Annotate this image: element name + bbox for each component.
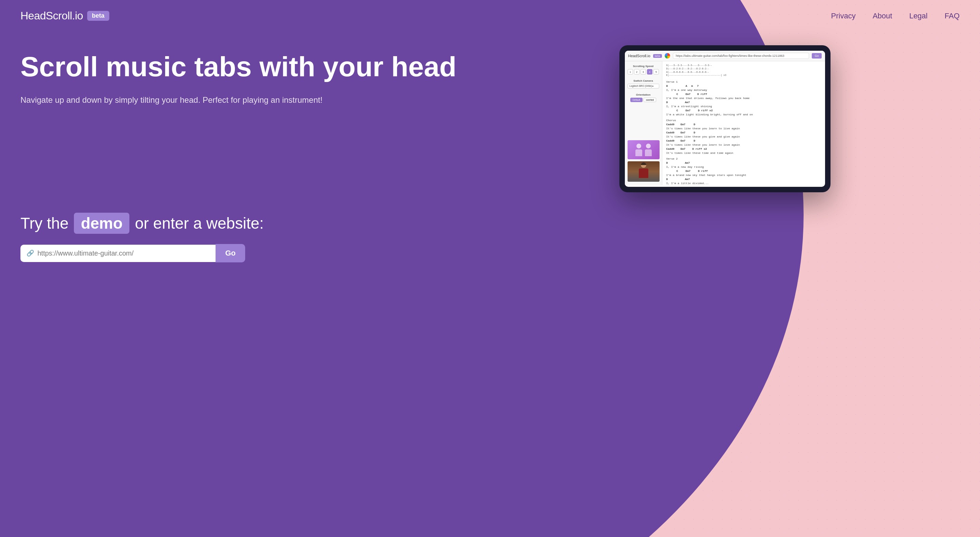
chord-row-4: CEm7D riff x2 <box>667 108 821 113</box>
chord-row-7: Cadd9Em7D <box>667 139 821 143</box>
hero-right: HeadScroll.io beta https://tabs.ultimate… <box>490 45 959 192</box>
tablet-screen: HeadScroll.io beta https://tabs.ultimate… <box>625 51 825 187</box>
nav-links: Privacy About Legal FAQ <box>831 11 959 21</box>
hero-section: Scroll music tabs with your head Navigat… <box>0 32 980 192</box>
url-input-wrapper: 🔗 <box>21 245 216 262</box>
chord-row-8: Cadd9Em7D riff x2 <box>667 147 821 151</box>
cta-text: Try the demo or enter a website: <box>21 213 959 234</box>
tablet-body: Scrolling Speed 1 2 3 4 5 <box>625 61 825 185</box>
lyric-row-2: I'm the one that drives away, follows yo… <box>667 96 821 100</box>
chord-row-10: CEm7D riff <box>667 169 821 173</box>
verse2-label: Verse 2 <box>667 157 821 161</box>
scrolling-speed-label: Scrolling Speed <box>628 65 659 68</box>
chord-row-1: DAm7 <box>667 84 821 88</box>
navbar: HeadScroll.io beta Privacy About Legal F… <box>0 0 980 32</box>
switch-camera-label: Switch Camera <box>628 79 659 83</box>
speed-btn-5[interactable]: 5 <box>654 69 659 75</box>
link-icon: 🔗 <box>27 249 34 257</box>
lyric-row-6: It's times like these you give and give … <box>667 135 821 139</box>
speed-btn-4[interactable]: 4 <box>647 69 652 75</box>
chord-row-2: CEm7D riff <box>667 92 821 96</box>
url-input[interactable] <box>37 249 209 257</box>
orientation-label: Orientation <box>628 93 659 96</box>
scrolling-speed-section: Scrolling Speed 1 2 3 4 5 <box>628 65 659 75</box>
camera-preview-area <box>628 140 659 182</box>
orientation-btn-default[interactable]: Default <box>630 98 643 102</box>
chord-row-6: Cadd9Em7D <box>667 131 821 135</box>
chorus-label: Chorus <box>667 118 821 122</box>
tab-lyrics: Verse 1 DAm7 I, I'm a one way motorway C… <box>667 80 821 185</box>
beta-badge: beta <box>87 11 109 21</box>
tablet-content: G|---3--3-3----3-3----3----3-3-- D|---8-… <box>662 61 825 185</box>
tablet-header: HeadScroll.io beta https://tabs.ultimate… <box>625 51 825 61</box>
nav-item-privacy[interactable]: Privacy <box>831 11 856 21</box>
speed-btn-1[interactable]: 1 <box>628 69 633 75</box>
cta-prefix: Try the <box>21 214 68 232</box>
nav-link-legal[interactable]: Legal <box>909 11 928 20</box>
cta-section: Try the demo or enter a website: 🔗 Go <box>0 192 980 280</box>
real-person <box>638 162 650 181</box>
lyric-row-10: I'm a brand new sky that hangs stars upo… <box>667 173 821 177</box>
camera-real-preview <box>628 161 660 182</box>
nav-item-faq[interactable]: FAQ <box>945 11 959 21</box>
lyric-row-4: I'm a white light blinding bright, burni… <box>667 113 821 117</box>
tab-code: G|---3--3-3----3-3----3----3-3-- D|---8-… <box>667 64 821 77</box>
url-go-button[interactable]: Go <box>216 244 245 262</box>
animated-person <box>628 140 660 159</box>
nav-item-legal[interactable]: Legal <box>909 11 928 21</box>
hero-left: Scroll music tabs with your head Navigat… <box>21 45 471 106</box>
chord-row-9: DAm7 <box>667 161 821 165</box>
hero-title: Scroll music tabs with your head <box>21 52 471 81</box>
chord-row-5: Cadd9Em7D <box>667 122 821 127</box>
camera-preview-animated <box>628 140 660 159</box>
chord-row-11: DAm7 <box>667 177 821 181</box>
url-input-row: 🔗 Go <box>21 244 245 262</box>
nav-item-about[interactable]: About <box>873 11 892 21</box>
orientation-section: Orientation Default overted <box>628 93 659 102</box>
nav-link-privacy[interactable]: Privacy <box>831 11 856 20</box>
lyric-row-11: I, I'm a little divided... <box>667 181 821 185</box>
logo-area: HeadScroll.io beta <box>21 10 109 22</box>
lyric-row-8: It's times like these time and time agai… <box>667 151 821 155</box>
chrome-icon <box>665 53 670 59</box>
speed-btn-3[interactable]: 3 <box>641 69 646 75</box>
lyric-row-5: It's times like these you learn to live … <box>667 127 821 131</box>
lyric-row-1: I, I'm a one way motorway <box>667 88 821 92</box>
lyric-row-3: I, I'm a streetlight shining <box>667 105 821 108</box>
lyric-row-7: It's times like these you learn to love … <box>667 143 821 147</box>
tablet-url-bar: https://tabs.ultimate-guitar.com/tab/foo… <box>673 53 810 59</box>
camera-value: Logitech BRO (046d) ▸ <box>630 85 654 87</box>
nav-link-about[interactable]: About <box>873 11 892 20</box>
tablet-mockup: HeadScroll.io beta https://tabs.ultimate… <box>619 45 830 192</box>
tablet-beta-badge: beta <box>653 54 662 58</box>
cta-suffix: or enter a website: <box>135 214 264 232</box>
hero-subtitle: Navigate up and down by simply tilting y… <box>21 94 471 106</box>
chord-row-3: DAm7 <box>667 100 821 105</box>
tablet-go-button[interactable]: Go <box>812 53 821 59</box>
switch-camera-section: Switch Camera Logitech BRO (046d) ▸ <box>628 79 659 89</box>
demo-button[interactable]: demo <box>74 213 129 234</box>
orientation-btn-overted[interactable]: overted <box>644 98 656 102</box>
speed-buttons: 1 2 3 4 5 <box>628 69 659 75</box>
tablet-logo: HeadScroll.io <box>628 54 651 58</box>
verse1-label: Verse 1 <box>667 80 821 84</box>
nav-link-faq[interactable]: FAQ <box>945 11 959 20</box>
tablet-sidebar: Scrolling Speed 1 2 3 4 5 <box>625 61 662 185</box>
lyric-row-9: I, I'm a new day rising <box>667 165 821 169</box>
logo-text: HeadScroll.io <box>21 10 83 22</box>
camera-dropdown[interactable]: Logitech BRO (046d) ▸ <box>628 84 659 89</box>
speed-btn-2[interactable]: 2 <box>634 69 640 75</box>
orientation-buttons: Default overted <box>628 98 659 102</box>
